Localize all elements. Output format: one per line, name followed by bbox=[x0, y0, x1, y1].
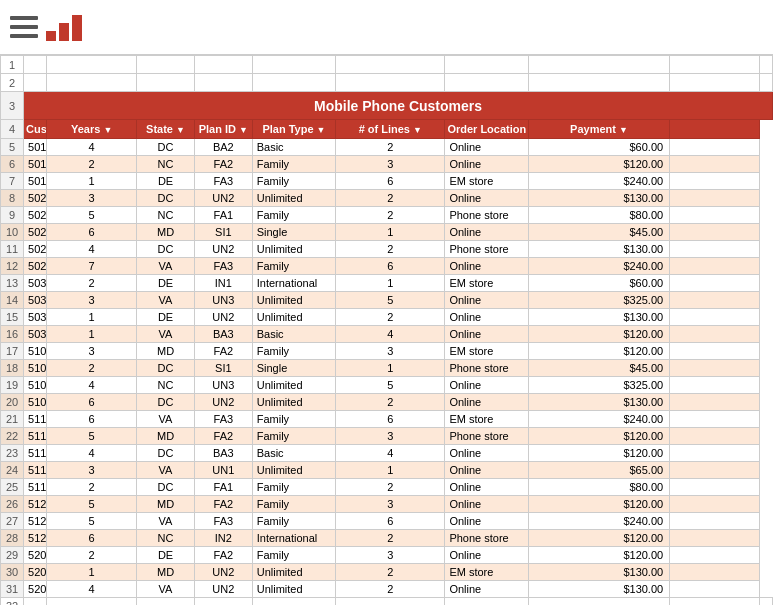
list-item: $130.00 bbox=[528, 581, 669, 598]
list-item: FA1 bbox=[194, 479, 252, 496]
col-header-payment[interactable]: Payment ▼ bbox=[528, 120, 669, 139]
list-item: Phone store bbox=[445, 241, 528, 258]
col-header-j bbox=[670, 120, 760, 139]
list-item: FA3 bbox=[194, 173, 252, 190]
col-header-lines[interactable]: # of Lines ▼ bbox=[336, 120, 445, 139]
col-header-years[interactable]: Years ▼ bbox=[47, 120, 137, 139]
list-item: DE bbox=[137, 173, 195, 190]
list-item bbox=[670, 190, 760, 207]
empty-cell bbox=[24, 598, 47, 605]
row-2: 2 bbox=[1, 74, 773, 92]
list-item: 2 bbox=[336, 190, 445, 207]
cell-1h bbox=[528, 56, 669, 74]
row-num-22: 22 bbox=[1, 428, 24, 445]
list-item: 2 bbox=[47, 156, 137, 173]
table-row: 3152084VAUN2Unlimited2Online$130.00 bbox=[1, 581, 773, 598]
list-item: $120.00 bbox=[528, 547, 669, 564]
list-item: BA2 bbox=[194, 139, 252, 156]
list-item: UN2 bbox=[194, 564, 252, 581]
list-item: $45.00 bbox=[528, 224, 669, 241]
list-item: 5112 bbox=[24, 428, 47, 445]
list-item: 5 bbox=[47, 207, 137, 224]
list-item: 6 bbox=[47, 224, 137, 241]
col-header-planid[interactable]: Plan ID ▼ bbox=[194, 120, 252, 139]
list-item: VA bbox=[137, 258, 195, 275]
list-item: BA3 bbox=[194, 445, 252, 462]
list-item bbox=[670, 513, 760, 530]
list-item: 5 bbox=[47, 496, 137, 513]
list-item: MD bbox=[137, 496, 195, 513]
row-num-32: 32 bbox=[1, 598, 24, 605]
table-row: 1751023MDFA2Family3EM store$120.00 bbox=[1, 343, 773, 360]
list-item: 5015 bbox=[24, 156, 47, 173]
table-row: 3052071MDUN2Unlimited2EM store$130.00 bbox=[1, 564, 773, 581]
row-num-14: 14 bbox=[1, 292, 24, 309]
table-row: 2151106VAFA3Family6EM store$240.00 bbox=[1, 411, 773, 428]
list-item: NC bbox=[137, 207, 195, 224]
list-item: 5031 bbox=[24, 275, 47, 292]
list-item bbox=[670, 428, 760, 445]
list-item: 2 bbox=[47, 360, 137, 377]
col-header-state[interactable]: State ▼ bbox=[137, 120, 195, 139]
table-row: 1650391VABA3Basic4Online$120.00 bbox=[1, 326, 773, 343]
list-item: 5029 bbox=[24, 258, 47, 275]
row-num-29: 29 bbox=[1, 547, 24, 564]
list-item bbox=[670, 445, 760, 462]
list-item: Phone store bbox=[445, 207, 528, 224]
list-item: VA bbox=[137, 462, 195, 479]
list-item bbox=[670, 564, 760, 581]
list-item: 6 bbox=[47, 411, 137, 428]
row-num-1: 1 bbox=[1, 56, 24, 74]
bar-chart-icon bbox=[46, 13, 82, 41]
list-item: $240.00 bbox=[528, 258, 669, 275]
list-item: 1 bbox=[336, 462, 445, 479]
col-header-customer[interactable]: Customer ▼ bbox=[24, 120, 47, 139]
cell-2b bbox=[47, 74, 137, 92]
list-item: 1 bbox=[336, 224, 445, 241]
list-item: FA3 bbox=[194, 258, 252, 275]
list-item: 5120 bbox=[24, 496, 47, 513]
list-item: EM store bbox=[445, 411, 528, 428]
list-item bbox=[670, 530, 760, 547]
list-item: Online bbox=[445, 479, 528, 496]
list-item: 4 bbox=[47, 139, 137, 156]
row-num-27: 27 bbox=[1, 513, 24, 530]
list-item: $120.00 bbox=[528, 496, 669, 513]
row-num-4: 4 bbox=[1, 120, 24, 139]
list-item: FA2 bbox=[194, 496, 252, 513]
list-item: Family bbox=[252, 547, 335, 564]
list-item: $325.00 bbox=[528, 292, 669, 309]
hamburger-icon[interactable] bbox=[10, 16, 38, 38]
list-item: Online bbox=[445, 156, 528, 173]
empty-cell bbox=[336, 598, 445, 605]
row-num-24: 24 bbox=[1, 462, 24, 479]
list-item: Unlimited bbox=[252, 462, 335, 479]
list-item: Online bbox=[445, 258, 528, 275]
list-item: UN2 bbox=[194, 394, 252, 411]
list-item: Online bbox=[445, 326, 528, 343]
list-item: MD bbox=[137, 224, 195, 241]
list-item: MD bbox=[137, 564, 195, 581]
row-num-30: 30 bbox=[1, 564, 24, 581]
row-num-31: 31 bbox=[1, 581, 24, 598]
list-item: 4 bbox=[47, 241, 137, 258]
list-item: UN2 bbox=[194, 241, 252, 258]
list-item: Online bbox=[445, 139, 528, 156]
list-item: 3 bbox=[336, 343, 445, 360]
col-header-location[interactable]: Order Location ▼ bbox=[445, 120, 528, 139]
row-num-19: 19 bbox=[1, 377, 24, 394]
list-item: Unlimited bbox=[252, 581, 335, 598]
list-item: Family bbox=[252, 428, 335, 445]
list-item: 5110 bbox=[24, 411, 47, 428]
col-header-plantype[interactable]: Plan Type ▼ bbox=[252, 120, 335, 139]
list-item bbox=[670, 156, 760, 173]
row-num-8: 8 bbox=[1, 190, 24, 207]
list-item: Family bbox=[252, 343, 335, 360]
list-item: FA2 bbox=[194, 547, 252, 564]
list-item: 6 bbox=[47, 394, 137, 411]
table-row: 1350312DEIN1International1EM store$60.00 bbox=[1, 275, 773, 292]
row-num-11: 11 bbox=[1, 241, 24, 258]
list-item: EM store bbox=[445, 173, 528, 190]
cell-2f bbox=[336, 74, 445, 92]
empty-cell bbox=[528, 598, 669, 605]
